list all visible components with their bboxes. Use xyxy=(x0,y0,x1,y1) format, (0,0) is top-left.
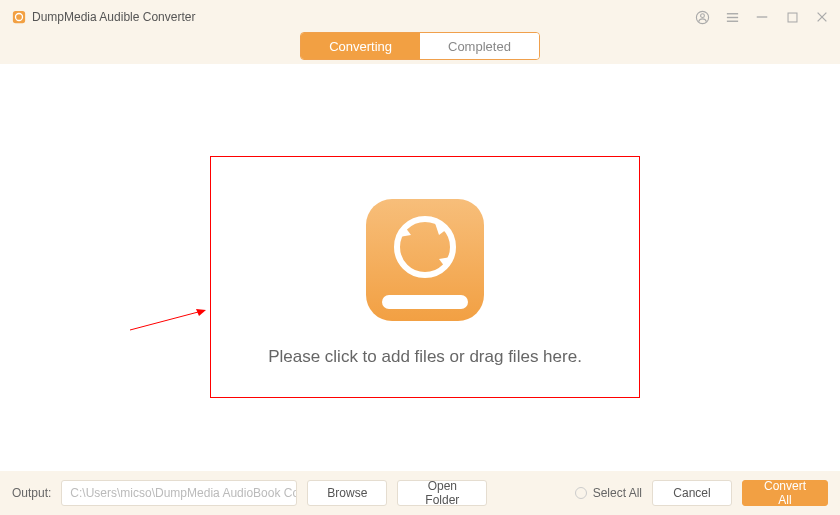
minimize-icon[interactable] xyxy=(754,9,770,25)
cancel-button[interactable]: Cancel xyxy=(652,480,732,506)
button-label: Convert All xyxy=(757,479,813,507)
open-folder-button[interactable]: Open Folder xyxy=(397,480,487,506)
app-logo-icon xyxy=(12,10,26,24)
tabs: Converting Completed xyxy=(300,32,540,60)
tab-completed[interactable]: Completed xyxy=(420,33,539,59)
tab-converting[interactable]: Converting xyxy=(301,33,420,59)
footer: Output: C:\Users\micso\DumpMedia AudioBo… xyxy=(0,471,840,515)
tab-label: Completed xyxy=(448,39,511,54)
tabs-row: Converting Completed xyxy=(0,28,840,64)
titlebar: DumpMedia Audible Converter Converting xyxy=(0,0,840,64)
svg-rect-14 xyxy=(382,295,468,309)
convert-all-button[interactable]: Convert All xyxy=(742,480,828,506)
select-all-label: Select All xyxy=(593,486,642,500)
output-path-field[interactable]: C:\Users\micso\DumpMedia AudioBook Co... xyxy=(61,480,297,506)
drop-zone-text: Please click to add files or drag files … xyxy=(268,347,582,367)
button-label: Browse xyxy=(327,486,367,500)
svg-point-3 xyxy=(700,13,704,17)
browse-button[interactable]: Browse xyxy=(307,480,387,506)
drop-zone[interactable]: Please click to add files or drag files … xyxy=(211,157,639,397)
titlebar-left: DumpMedia Audible Converter xyxy=(12,10,195,24)
output-path-text: C:\Users\micso\DumpMedia AudioBook Co... xyxy=(70,486,297,500)
tab-label: Converting xyxy=(329,39,392,54)
svg-rect-8 xyxy=(788,13,797,22)
button-label: Open Folder xyxy=(412,479,472,507)
output-label: Output: xyxy=(12,486,51,500)
annotation-arrow-icon xyxy=(128,308,206,332)
maximize-icon[interactable] xyxy=(784,9,800,25)
menu-icon[interactable] xyxy=(724,9,740,25)
add-files-icon xyxy=(360,195,490,325)
annotation-highlight-box: Please click to add files or drag files … xyxy=(210,156,640,398)
svg-line-11 xyxy=(130,311,202,330)
svg-rect-0 xyxy=(13,11,25,23)
radio-icon xyxy=(575,487,587,499)
account-icon[interactable] xyxy=(694,9,710,25)
close-icon[interactable] xyxy=(814,9,830,25)
app-title: DumpMedia Audible Converter xyxy=(32,10,195,24)
window-controls xyxy=(694,9,830,25)
titlebar-top: DumpMedia Audible Converter xyxy=(0,0,840,28)
main-area: Please click to add files or drag files … xyxy=(0,64,840,471)
select-all-toggle[interactable]: Select All xyxy=(575,486,642,500)
button-label: Cancel xyxy=(673,486,710,500)
svg-marker-12 xyxy=(196,309,206,316)
